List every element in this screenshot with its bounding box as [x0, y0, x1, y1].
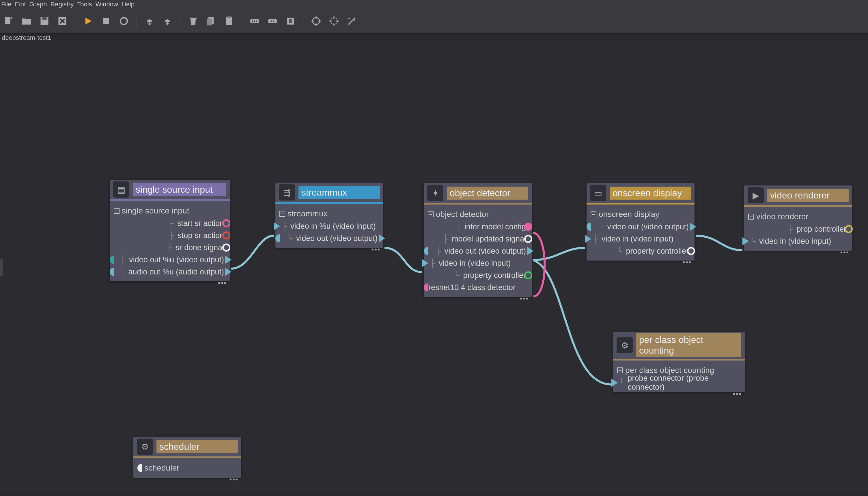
graph-canvas[interactable]: ▤ single source input ••• −single source…	[0, 42, 868, 492]
new-file-icon[interactable]: +	[2, 15, 15, 28]
svg-rect-0	[5, 17, 11, 24]
in-half-pin[interactable]	[275, 234, 280, 242]
collapse-icon[interactable]: −	[428, 212, 434, 217]
trash-icon[interactable]	[187, 15, 199, 28]
port-pin[interactable]	[524, 235, 532, 243]
node-single-source-input[interactable]: ▤ single source input ••• −single source…	[110, 180, 230, 281]
in-half-pin[interactable]	[110, 255, 114, 264]
toolbar: +	[0, 9, 868, 33]
copy-icon[interactable]	[205, 15, 218, 28]
square-icon[interactable]	[284, 15, 297, 28]
stop-icon[interactable]	[100, 15, 112, 28]
port-label: video out (video output)	[445, 247, 526, 255]
wand-icon[interactable]	[345, 15, 358, 28]
close-icon[interactable]	[56, 15, 69, 28]
menu-window[interactable]: Window	[96, 1, 118, 8]
port-pin[interactable]	[845, 225, 853, 233]
target2-icon[interactable]	[328, 15, 340, 28]
more-h2-icon[interactable]	[266, 15, 279, 28]
in-half-pin[interactable]	[424, 247, 428, 255]
sync-icon[interactable]	[117, 15, 130, 28]
in-half-pin[interactable]	[424, 283, 428, 292]
in-half-pin[interactable]	[138, 464, 142, 472]
port-pin[interactable]	[524, 271, 532, 279]
play-icon[interactable]	[82, 15, 94, 28]
port-pin[interactable]	[225, 255, 231, 264]
node-subtitle: streammux	[288, 209, 327, 218]
menu-graph[interactable]: Graph	[29, 1, 47, 8]
port-label: stop sr action	[178, 231, 224, 240]
separator	[242, 14, 242, 28]
node-menu-icon[interactable]: •••	[371, 246, 381, 254]
menu-tools[interactable]: Tools	[77, 1, 92, 8]
port-pin[interactable]	[742, 237, 749, 245]
port-label: sr done signal	[176, 243, 224, 252]
menu-registry[interactable]: Registry	[50, 1, 74, 8]
port-pin[interactable]	[524, 223, 532, 231]
collapse-icon[interactable]: −	[617, 368, 623, 373]
collapse-icon[interactable]: −	[114, 208, 119, 214]
collapse-icon[interactable]: −	[748, 214, 754, 219]
port-label: video out %u (video output)	[129, 255, 224, 264]
port-pin[interactable]	[585, 235, 591, 243]
node-menu-icon[interactable]: •••	[520, 295, 529, 303]
svg-point-23	[354, 19, 355, 21]
cloud-upload-icon[interactable]	[161, 15, 174, 28]
port-pin[interactable]	[611, 379, 618, 387]
paste-icon[interactable]	[223, 15, 235, 28]
port-pin[interactable]	[527, 247, 533, 255]
node-title: scheduler	[157, 440, 238, 453]
menu-edit[interactable]: Edit	[15, 1, 26, 8]
port-pin[interactable]	[225, 268, 231, 276]
port-label: video out (video output)	[296, 234, 377, 243]
svg-rect-19	[289, 19, 292, 23]
port-label: probe connector (probe connector)	[628, 374, 741, 392]
port-pin[interactable]	[222, 244, 230, 252]
node-video-renderer[interactable]: ▶ video renderer ••• −video renderer ├pr…	[744, 185, 852, 251]
node-menu-icon[interactable]: •••	[840, 248, 849, 257]
separator	[136, 14, 137, 28]
port-label: property controller	[463, 271, 526, 280]
separator	[75, 14, 75, 28]
tabbar: deepstream-test1	[0, 33, 868, 42]
port-pin[interactable]	[274, 222, 280, 230]
port-pin[interactable]	[222, 219, 230, 227]
node-menu-icon[interactable]: •••	[218, 279, 227, 287]
node-menu-icon[interactable]: •••	[229, 476, 238, 484]
node-streammux[interactable]: ⇶ streammux ••• −streammux ├video in %u …	[275, 183, 383, 248]
node-object-detector[interactable]: ✦ object detector ••• −object detector ├…	[424, 183, 532, 297]
port-label: infer model config	[464, 222, 526, 231]
more-h-icon[interactable]	[248, 15, 261, 28]
node-menu-icon[interactable]: •••	[683, 258, 692, 266]
node-title: single source input	[133, 183, 226, 196]
node-onscreen-display[interactable]: ▭ onscreen display ••• −onscreen display…	[586, 183, 694, 261]
in-half-pin[interactable]	[110, 268, 114, 276]
node-title: per class object counting	[636, 334, 741, 357]
node-per-class-object-counting[interactable]: ⚙ per class object counting ••• −per cla…	[613, 331, 745, 392]
in-half-pin[interactable]	[586, 223, 591, 231]
port-pin[interactable]	[379, 234, 385, 242]
cloud-download-icon[interactable]	[143, 15, 156, 28]
menu-help[interactable]: Help	[122, 1, 134, 8]
svg-point-6	[120, 18, 127, 25]
svg-rect-8	[207, 18, 212, 26]
node-scheduler[interactable]: ⚙ scheduler ••• scheduler	[133, 437, 241, 478]
tab-current[interactable]: deepstream-test1	[2, 34, 51, 41]
port-pin[interactable]	[687, 247, 695, 255]
collapse-icon[interactable]: −	[279, 211, 285, 217]
network-icon: ✦	[427, 185, 444, 201]
save-icon[interactable]	[38, 15, 51, 28]
side-panel-handle[interactable]	[0, 259, 3, 276]
collapse-icon[interactable]: −	[591, 212, 596, 217]
port-label: audio out %u (audio output)	[128, 267, 224, 277]
svg-rect-3	[43, 17, 47, 20]
svg-text:+: +	[10, 16, 13, 21]
menu-file[interactable]: File	[1, 1, 11, 8]
open-icon[interactable]	[20, 15, 33, 28]
port-pin[interactable]	[422, 259, 428, 267]
svg-point-22	[349, 18, 350, 19]
target-icon[interactable]	[310, 15, 322, 28]
port-pin[interactable]	[690, 223, 696, 231]
svg-point-13	[254, 20, 255, 22]
port-pin[interactable]	[222, 231, 230, 239]
